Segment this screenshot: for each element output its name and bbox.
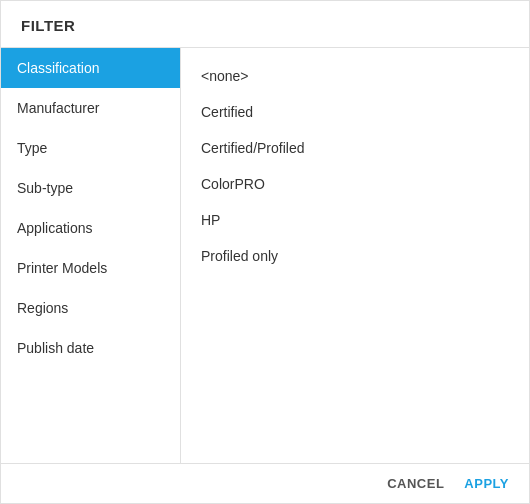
- sidebar-item-printer-models[interactable]: Printer Models: [1, 248, 180, 288]
- content-item-certified[interactable]: Certified: [201, 94, 509, 130]
- filter-header: FILTER: [1, 1, 529, 48]
- sidebar-item-manufacturer[interactable]: Manufacturer: [1, 88, 180, 128]
- sidebar-item-publish-date[interactable]: Publish date: [1, 328, 180, 368]
- filter-sidebar: ClassificationManufacturerTypeSub-typeAp…: [1, 48, 181, 463]
- content-item-hp[interactable]: HP: [201, 202, 509, 238]
- filter-content: <none>CertifiedCertified/ProfiledColorPR…: [181, 48, 529, 463]
- sidebar-item-applications[interactable]: Applications: [1, 208, 180, 248]
- sidebar-item-classification[interactable]: Classification: [1, 48, 180, 88]
- cancel-button[interactable]: CANCEL: [387, 476, 444, 491]
- content-item-profiled-only[interactable]: Profiled only: [201, 238, 509, 274]
- apply-button[interactable]: APPLY: [464, 476, 509, 491]
- filter-title: FILTER: [21, 17, 75, 34]
- filter-dialog: FILTER ClassificationManufacturerTypeSub…: [0, 0, 530, 504]
- content-item-certified-profiled[interactable]: Certified/Profiled: [201, 130, 509, 166]
- sidebar-item-regions[interactable]: Regions: [1, 288, 180, 328]
- sidebar-item-type[interactable]: Type: [1, 128, 180, 168]
- filter-body: ClassificationManufacturerTypeSub-typeAp…: [1, 48, 529, 463]
- content-item-none[interactable]: <none>: [201, 58, 509, 94]
- sidebar-item-sub-type[interactable]: Sub-type: [1, 168, 180, 208]
- filter-footer: CANCEL APPLY: [1, 463, 529, 503]
- content-item-colorpro[interactable]: ColorPRO: [201, 166, 509, 202]
